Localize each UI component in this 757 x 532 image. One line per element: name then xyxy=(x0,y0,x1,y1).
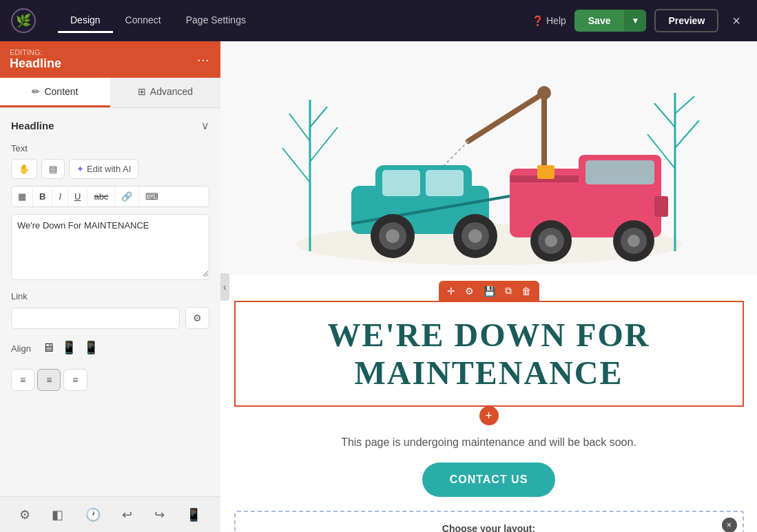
nav-tabs: Design Connect Page Settings xyxy=(58,9,258,33)
headline-text: WE'RE DOWN FOR MAINTENANCE xyxy=(256,316,722,392)
delete-icon[interactable]: 🗑 xyxy=(521,286,531,297)
sparkle-icon: ✦ xyxy=(76,164,84,174)
canvas-content: ✛ ⚙ 💾 ⧉ 🗑 WE'RE DOWN FOR MAINTENANCE + T… xyxy=(220,41,757,532)
svg-point-27 xyxy=(386,229,400,243)
format-bar: ▦ B I U abc 🔗 ⌨ xyxy=(11,186,209,207)
svg-rect-22 xyxy=(382,170,420,196)
hand-icon: ✋ xyxy=(19,164,30,174)
link-input[interactable] xyxy=(11,308,180,329)
svg-line-17 xyxy=(468,93,544,141)
editing-header: EDITING: Headline ⋯ xyxy=(0,41,220,78)
svg-line-2 xyxy=(282,148,310,182)
layout-title: Choose your layout: xyxy=(247,523,732,532)
svg-line-10 xyxy=(675,96,694,114)
link-settings-button[interactable]: ⚙ xyxy=(185,307,209,329)
layers-icon: ▤ xyxy=(49,164,57,174)
align-label: Align xyxy=(11,343,31,354)
headline-element: ✛ ⚙ 💾 ⧉ 🗑 WE'RE DOWN FOR MAINTENANCE + xyxy=(234,281,744,425)
format-strikethrough-button[interactable]: abc xyxy=(87,187,115,206)
settings-icon[interactable]: ⚙ xyxy=(465,286,474,297)
svg-point-36 xyxy=(628,235,640,247)
svg-line-4 xyxy=(289,114,310,141)
format-block-button[interactable]: ▦ xyxy=(12,187,33,206)
redo-button[interactable]: ↪ xyxy=(150,503,169,526)
help-icon: ❓ xyxy=(532,15,543,26)
align-right-button[interactable]: ≡ xyxy=(63,369,87,391)
layers-button[interactable]: ◧ xyxy=(48,503,68,526)
left-panel: EDITING: Headline ⋯ ✏ Content ⊞ Advanced… xyxy=(0,41,220,532)
svg-rect-37 xyxy=(537,165,554,179)
panel-tabs: ✏ Content ⊞ Advanced xyxy=(0,78,220,108)
subtitle-text: This page is undergoing maintenance and … xyxy=(341,436,636,449)
stack-tool-button[interactable]: ▤ xyxy=(41,159,65,179)
nav-right: ❓ Help Save ▼ Preview × xyxy=(532,9,746,32)
chevron-down-icon: ∨ xyxy=(201,119,209,132)
desktop-icon[interactable]: 🖥 xyxy=(42,341,54,355)
align-row: ≡ ≡ ≡ xyxy=(11,369,209,391)
svg-point-33 xyxy=(545,235,557,247)
save-dropdown-button[interactable]: ▼ xyxy=(624,10,646,32)
svg-point-30 xyxy=(468,229,482,243)
editing-label: EDITING: xyxy=(10,48,61,56)
more-options-icon[interactable]: ⋯ xyxy=(197,52,211,67)
undo-button[interactable]: ↩ xyxy=(118,503,136,526)
logo-icon[interactable]: 🌿 xyxy=(11,8,36,33)
tab-page-settings[interactable]: Page Settings xyxy=(174,9,258,33)
layout-close-button[interactable]: × xyxy=(722,518,737,532)
link-label: Link xyxy=(11,291,209,301)
svg-rect-23 xyxy=(426,170,464,196)
save-button-group: Save ▼ xyxy=(574,10,647,32)
svg-line-5 xyxy=(310,107,327,127)
svg-rect-13 xyxy=(585,160,654,184)
edit-with-ai-button[interactable]: ✦ Edit with AI xyxy=(69,159,138,179)
format-bold-button[interactable]: B xyxy=(33,187,52,206)
text-input[interactable]: We're Down For MAINTENANCE xyxy=(12,215,209,277)
text-area-wrap: We're Down For MAINTENANCE ⌟ xyxy=(11,214,209,280)
svg-rect-14 xyxy=(654,196,668,217)
duplicate-icon[interactable]: ⧉ xyxy=(505,285,512,297)
top-navigation: 🌿 Design Connect Page Settings ❓ Help Sa… xyxy=(0,0,757,41)
format-keyboard-button[interactable]: ⌨ xyxy=(139,187,165,206)
grid-icon: ⊞ xyxy=(138,86,146,97)
align-center-button[interactable]: ≡ xyxy=(37,369,61,391)
tab-content[interactable]: ✏ Content xyxy=(0,78,110,107)
text-tools-row: ✋ ▤ ✦ Edit with AI xyxy=(11,159,209,179)
illustration-area xyxy=(220,41,757,275)
contact-us-button[interactable]: CONTACT US xyxy=(422,462,556,497)
canvas-area: ‹ xyxy=(220,41,757,532)
truck-illustration xyxy=(248,58,730,265)
settings-button[interactable]: ⚙ xyxy=(15,503,34,526)
preview-button[interactable]: Preview xyxy=(654,9,718,32)
section-header[interactable]: Headline ∨ xyxy=(11,119,209,132)
hand-tool-button[interactable]: ✋ xyxy=(11,159,37,179)
bottom-toolbar: ⚙ ◧ 🕐 ↩ ↪ 📱 xyxy=(0,496,220,532)
move-icon[interactable]: ✛ xyxy=(447,286,455,297)
tab-connect[interactable]: Connect xyxy=(113,9,174,33)
format-link-button[interactable]: 🔗 xyxy=(115,187,139,206)
text-label: Text xyxy=(11,143,209,153)
save-element-icon[interactable]: 💾 xyxy=(484,286,495,297)
collapse-panel-button[interactable]: ‹ xyxy=(220,273,229,301)
add-element-button[interactable]: + xyxy=(479,406,499,425)
format-italic-button[interactable]: I xyxy=(52,187,68,206)
close-button[interactable]: × xyxy=(727,10,746,32)
mobile-preview-button[interactable]: 📱 xyxy=(182,503,205,526)
panel-body: Headline ∨ Text ✋ ▤ ✦ Edit with AI xyxy=(0,108,220,402)
resize-handle: ⌟ xyxy=(203,268,207,278)
tablet-icon[interactable]: 📱 xyxy=(61,340,76,355)
help-button[interactable]: ❓ Help xyxy=(532,15,566,26)
section-title: Headline xyxy=(11,120,54,131)
svg-line-19 xyxy=(441,141,468,169)
svg-line-9 xyxy=(654,103,675,127)
align-left-button[interactable]: ≡ xyxy=(11,369,34,391)
pencil-icon: ✏ xyxy=(32,86,40,97)
tab-advanced[interactable]: ⊞ Advanced xyxy=(110,78,220,107)
history-button[interactable]: 🕐 xyxy=(81,503,105,526)
add-element-row: + xyxy=(234,406,744,425)
svg-line-8 xyxy=(675,120,699,148)
save-button[interactable]: Save xyxy=(574,10,625,32)
tab-design[interactable]: Design xyxy=(58,9,113,33)
format-underline-button[interactable]: U xyxy=(68,187,87,206)
svg-point-18 xyxy=(537,86,551,100)
mobile-icon[interactable]: 📱 xyxy=(83,340,98,355)
